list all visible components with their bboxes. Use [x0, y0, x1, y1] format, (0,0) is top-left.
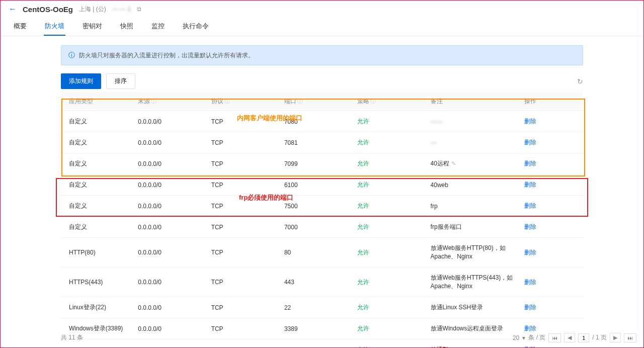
cell-proto: TCP [207, 175, 280, 196]
cell-app: 自定义 [61, 196, 134, 217]
col-src: 来源ⓘ [134, 92, 207, 111]
table-row: HTTP(80)0.0.0.0/0TCP80允许放通Web服务HTTP(80)，… [61, 238, 583, 268]
cell-src: 0.0.0.0/0 [134, 132, 207, 153]
cell-app: 自定义 [61, 175, 134, 196]
edit-icon[interactable]: ✎ [451, 160, 456, 166]
cell-port: 7080 [280, 111, 353, 132]
tab-monitor[interactable]: 监控 [150, 18, 166, 36]
status-allow: 允许 [357, 160, 369, 167]
page-prev-icon[interactable]: ◀ [564, 333, 575, 342]
ip-masked: — — 1 [112, 6, 131, 13]
cell-app: 自定义 [61, 111, 134, 132]
cell-op: 删除 [520, 175, 583, 196]
cell-port: 443 [280, 268, 353, 297]
help-icon[interactable]: ⓘ [297, 98, 303, 104]
cell-proto: TCP [207, 217, 280, 238]
cell-app: 自定义 [61, 217, 134, 238]
col-remark: 备注 [427, 92, 521, 111]
page-input[interactable] [578, 333, 589, 342]
help-icon[interactable]: ⓘ [151, 98, 156, 104]
status-allow: 允许 [357, 249, 369, 256]
help-icon[interactable]: ⓘ [370, 98, 376, 104]
cell-remark: — [427, 132, 521, 153]
cell-op: 删除 [520, 111, 583, 132]
table-footer: 共 11 条 20▾ 条 / 页 ⏮ ◀ / 1 页 ▶ ⏭ [61, 328, 636, 347]
delete-link[interactable]: 删除 [524, 304, 536, 311]
status-allow: 允许 [357, 304, 369, 311]
page-size[interactable]: 20 [513, 334, 519, 341]
back-icon[interactable]: ← [9, 5, 17, 14]
cell-proto: TCP [207, 132, 280, 153]
delete-link[interactable]: 删除 [524, 223, 536, 230]
table-row: 自定义0.0.0.0/0TCP7099允许40远程✎删除 [61, 153, 583, 175]
tab-overview[interactable]: 概要 [13, 18, 28, 36]
help-icon[interactable]: ⓘ [224, 98, 230, 104]
table-row: 自定义0.0.0.0/0TCP7000允许frp服务端口删除 [61, 217, 583, 238]
delete-link[interactable]: 删除 [524, 160, 536, 167]
cell-proto: TCP [207, 196, 280, 217]
cell-src: 0.0.0.0/0 [134, 238, 207, 268]
cell-policy: 允许 [353, 297, 426, 318]
cell-op: 删除 [520, 297, 583, 318]
col-app: 应用类型 [61, 92, 134, 111]
cell-policy: 允许 [353, 268, 426, 297]
cell-remark: frp [427, 196, 521, 217]
cell-op: 删除 [520, 268, 583, 297]
tab-keypair[interactable]: 密钥对 [82, 18, 103, 36]
page-last-icon[interactable]: ⏭ [624, 333, 636, 342]
delete-link[interactable]: 删除 [524, 118, 536, 125]
cell-src: 0.0.0.0/0 [134, 297, 207, 318]
info-icon: ⓘ [68, 51, 75, 60]
delete-link[interactable]: 删除 [524, 279, 536, 286]
cell-remark: 放通Linux SSH登录 [427, 297, 521, 318]
tab-command[interactable]: 执行命令 [182, 18, 210, 36]
refresh-icon[interactable]: ↻ [577, 77, 583, 85]
cell-app: Linux登录(22) [61, 297, 134, 318]
sort-button[interactable]: 排序 [106, 73, 135, 89]
cell-src: 0.0.0.0/0 [134, 153, 207, 175]
page-next-icon[interactable]: ▶ [610, 333, 621, 342]
table-row: 自定义0.0.0.0/0TCP7081允许—删除 [61, 132, 583, 153]
cell-port: 7081 [280, 132, 353, 153]
page-size-label: 条 / 页 [528, 333, 545, 342]
cell-op: 删除 [520, 196, 583, 217]
cell-src: 0.0.0.0/0 [134, 268, 207, 297]
status-allow: 允许 [357, 202, 369, 209]
copy-icon[interactable]: ⧉ [137, 6, 141, 13]
table-row: 自定义0.0.0.0/0TCP7500允许frp删除 [61, 196, 583, 217]
cell-src: 0.0.0.0/0 [134, 217, 207, 238]
add-rule-button[interactable]: 添加规则 [61, 73, 101, 89]
delete-link[interactable]: 删除 [524, 249, 536, 256]
cell-policy: 允许 [353, 217, 426, 238]
col-op: 操作 [520, 92, 583, 111]
table-row: 自定义0.0.0.0/0TCP7080允许——删除 [61, 111, 583, 132]
tab-snapshot[interactable]: 快照 [119, 18, 134, 36]
table-row: HTTPS(443)0.0.0.0/0TCP443允许放通Web服务HTTPS(… [61, 268, 583, 297]
cell-op: 删除 [520, 132, 583, 153]
cell-proto: TCP [207, 297, 280, 318]
status-allow: 允许 [357, 279, 369, 286]
page-first-icon[interactable]: ⏮ [548, 333, 561, 342]
cell-port: 7000 [280, 217, 353, 238]
tab-firewall[interactable]: 防火墙 [44, 18, 65, 36]
cell-port: 7099 [280, 153, 353, 175]
cell-port: 22 [280, 297, 353, 318]
delete-link[interactable]: 删除 [524, 202, 536, 209]
delete-link[interactable]: 删除 [524, 181, 536, 188]
cell-remark: frp服务端口 [427, 217, 521, 238]
cell-app: HTTP(80) [61, 238, 134, 268]
status-allow: 允许 [357, 139, 369, 146]
delete-link[interactable]: 删除 [524, 139, 536, 146]
cell-remark: 放通Web服务HTTPS(443)，如Apache、Nginx [427, 268, 521, 297]
cell-remark: 放通Web服务HTTP(80)，如Apache、Nginx [427, 238, 521, 268]
notice-bar: ⓘ 防火墙只对服务器的入流量进行控制，出流量默认允许所有请求。 [61, 45, 583, 65]
status-allow: 允许 [357, 223, 369, 230]
cell-app: 自定义 [61, 153, 134, 175]
cell-proto: TCP [207, 268, 280, 297]
cell-remark: 40web [427, 175, 521, 196]
page-header: ← CentOS-OoEg 上海 | (公) — — 1 ⧉ [1, 1, 643, 18]
status-allow: 允许 [357, 118, 369, 125]
cell-op: 删除 [520, 153, 583, 175]
notice-text: 防火墙只对服务器的入流量进行控制，出流量默认允许所有请求。 [79, 51, 254, 60]
region-label: 上海 | (公) [79, 5, 106, 14]
